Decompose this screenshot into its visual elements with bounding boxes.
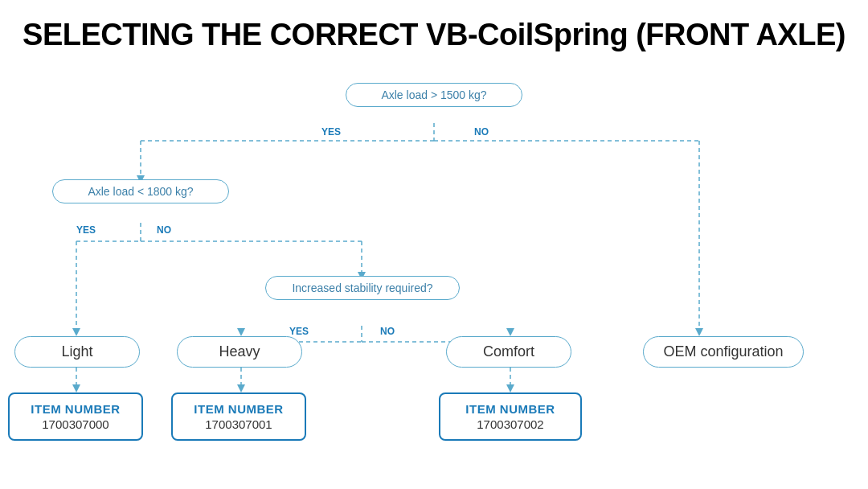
- result-comfort: Comfort: [446, 336, 571, 368]
- q2-yes-label: YES: [76, 224, 96, 236]
- svg-marker-6: [695, 328, 703, 336]
- q1-yes-label: YES: [321, 126, 341, 138]
- result-heavy: Heavy: [177, 336, 302, 368]
- svg-marker-20: [506, 328, 514, 336]
- question-1: Axle load > 1500 kg?: [346, 83, 522, 107]
- svg-marker-24: [237, 384, 245, 392]
- item-number-1: ITEM NUMBER 1700307000: [8, 392, 143, 441]
- svg-marker-22: [72, 384, 80, 392]
- question-3: Increased stability required?: [265, 276, 460, 300]
- diagram-area: Axle load > 1500 kg? YES NO Axle load < …: [0, 60, 868, 454]
- svg-marker-18: [237, 328, 245, 336]
- question-2: Axle load < 1800 kg?: [52, 179, 229, 203]
- q3-no-label: NO: [380, 326, 395, 337]
- page-title: SELECTING THE CORRECT VB-CoilSpring (FRO…: [0, 0, 868, 60]
- result-oem: OEM configuration: [643, 336, 804, 368]
- svg-marker-26: [506, 384, 514, 392]
- item-number-3: ITEM NUMBER 1700307002: [439, 392, 582, 441]
- item-number-2: ITEM NUMBER 1700307001: [171, 392, 306, 441]
- q2-no-label: NO: [157, 224, 171, 236]
- svg-marker-11: [72, 328, 80, 336]
- q3-yes-label: YES: [289, 326, 309, 337]
- q1-no-label: NO: [474, 126, 489, 138]
- result-light: Light: [14, 336, 140, 368]
